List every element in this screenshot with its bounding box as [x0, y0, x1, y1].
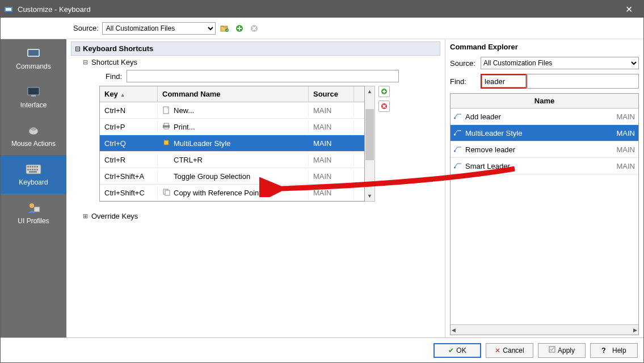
sidebar-item-commands[interactable]: Commands — [1, 39, 66, 78]
cell-command: MultiLeader Style — [158, 137, 309, 150]
find-row: Find: — [99, 70, 440, 82]
cell-source: MAIN — [309, 153, 354, 166]
sidebar-label: Mouse Actions — [11, 140, 56, 148]
svg-rect-25 — [34, 207, 40, 212]
interface-icon — [26, 85, 41, 99]
explorer-source-row: Source: All Customization Files — [450, 57, 639, 69]
explorer-source-select[interactable]: All Customization Files — [481, 57, 639, 69]
explorer-find-label: Find: — [450, 77, 481, 86]
dialog-body: Commands Interface Mouse Actions Keyboar… — [1, 39, 643, 337]
cell-command: Print... — [158, 120, 309, 133]
sidebar-item-interface[interactable]: Interface — [1, 78, 66, 116]
svg-rect-22 — [36, 169, 38, 170]
grid-scrollbar[interactable]: ▲ ▼ — [365, 86, 375, 202]
cell-command: New... — [158, 104, 309, 117]
scroll-down-icon[interactable]: ▼ — [365, 191, 374, 201]
help-button[interactable]: ? Help — [590, 343, 638, 358]
close-button[interactable]: ✕ — [617, 4, 640, 15]
explorer-cell-name: Add leader — [454, 112, 608, 121]
scroll-right-icon[interactable]: ▶ — [633, 327, 637, 333]
sidebar-label: Interface — [20, 101, 47, 109]
cmd-icon — [162, 189, 170, 197]
sidebar-item-keyboard[interactable]: Keyboard — [1, 155, 66, 194]
explorer-row[interactable]: Add leaderMAIN — [451, 109, 638, 125]
leader-icon — [454, 129, 462, 137]
find-input[interactable] — [127, 70, 399, 82]
button-bar: ✔OK ✕Cancel Apply ? Help — [1, 337, 643, 362]
explorer-hscrollbar[interactable]: ◀▶ — [451, 324, 638, 335]
svg-rect-20 — [32, 169, 33, 170]
cmd-icon — [162, 172, 170, 180]
keyboard-icon — [26, 162, 41, 176]
cell-key: Ctrl+N — [100, 104, 158, 117]
shortcut-row[interactable]: Ctrl+Shift+CCopy with Reference PointMAI… — [100, 185, 364, 201]
shortcut-row[interactable]: Ctrl+QMultiLeader StyleMAIN — [100, 135, 364, 152]
shortcut-row[interactable]: Ctrl+PPrint...MAIN — [100, 119, 364, 135]
x-icon: ✕ — [495, 347, 500, 354]
shortcut-grid: Key▲ Command Name Source Ctrl+NNew...MAI… — [99, 86, 365, 202]
collapse-icon[interactable]: ⊟ — [81, 59, 89, 66]
explorer-name-header[interactable]: Name — [451, 94, 638, 109]
source-toolbar: Source: All Customization Files — [1, 18, 643, 39]
tree-override-keys[interactable]: ⊞ Override Keys — [81, 212, 440, 220]
commands-icon — [26, 47, 41, 60]
svg-rect-32 — [165, 190, 170, 195]
explorer-cell-name: Remove leader — [454, 145, 608, 154]
svg-point-24 — [30, 203, 34, 208]
svg-rect-19 — [30, 169, 31, 170]
sidebar-item-mouse[interactable]: Mouse Actions — [1, 116, 66, 155]
center-pane: ⊟ Keyboard Shortcuts ⊟ Shortcut Keys Fin… — [66, 39, 445, 337]
delete-button[interactable] — [249, 23, 260, 34]
svg-point-11 — [31, 127, 36, 131]
explorer-cell-source: MAIN — [608, 162, 635, 170]
scroll-left-icon[interactable]: ◀ — [452, 327, 456, 333]
add-button[interactable] — [234, 23, 245, 34]
grid-header: Key▲ Command Name Source — [100, 86, 364, 102]
svg-point-37 — [454, 151, 456, 152]
shortcut-row[interactable]: Ctrl+RCTRL+RMAIN — [100, 152, 364, 168]
explorer-cell-source: MAIN — [608, 112, 635, 121]
ok-button[interactable]: ✔OK — [433, 343, 481, 358]
shortcut-row[interactable]: Ctrl+Shift+AToggle Group SelectionMAIN — [100, 168, 364, 185]
svg-point-35 — [454, 118, 456, 119]
sidebar-item-uiprofiles[interactable]: UI Profiles — [1, 194, 66, 232]
section-title: Keyboard Shortcuts — [83, 44, 153, 53]
customize-dialog: Customize - Keyboard ✕ Source: All Custo… — [0, 0, 644, 363]
cancel-button[interactable]: ✕Cancel — [486, 343, 533, 358]
remove-shortcut-button[interactable] — [378, 101, 390, 112]
col-command[interactable]: Command Name — [158, 86, 309, 102]
svg-rect-17 — [36, 166, 38, 168]
scroll-up-icon[interactable]: ▲ — [365, 86, 374, 97]
scroll-thumb[interactable] — [365, 109, 374, 160]
svg-rect-7 — [28, 50, 39, 56]
open-folder-button[interactable] — [219, 23, 230, 34]
profiles-icon — [26, 201, 41, 215]
svg-rect-9 — [31, 95, 36, 97]
svg-point-38 — [454, 167, 456, 169]
check-icon: ✔ — [448, 347, 454, 354]
apply-button[interactable]: Apply — [538, 343, 586, 358]
svg-point-3 — [225, 28, 229, 32]
explorer-row[interactable]: Remove leaderMAIN — [451, 141, 638, 158]
apply-icon — [549, 346, 555, 354]
add-shortcut-button[interactable] — [378, 86, 390, 97]
col-source[interactable]: Source — [309, 86, 354, 102]
source-select[interactable]: All Customization Files — [102, 22, 216, 35]
explorer-find-input[interactable] — [482, 75, 526, 87]
find-label: Find: — [99, 72, 122, 81]
explorer-row[interactable]: MultiLeader StyleMAIN — [451, 125, 638, 141]
shortcut-row[interactable]: Ctrl+NNew...MAIN — [100, 102, 364, 119]
expand-icon[interactable]: ⊞ — [81, 212, 89, 220]
keyboard-shortcuts-header[interactable]: ⊟ Keyboard Shortcuts — [71, 41, 440, 56]
col-key[interactable]: Key▲ — [100, 86, 158, 102]
svg-rect-16 — [34, 166, 36, 168]
explorer-row[interactable]: Smart LeaderMAIN — [451, 158, 638, 174]
explorer-list: Name Add leaderMAINMultiLeader StyleMAIN… — [450, 93, 639, 335]
svg-rect-28 — [164, 123, 169, 126]
explorer-find-input-rest[interactable] — [526, 74, 639, 89]
svg-rect-14 — [30, 166, 31, 168]
explorer-cell-name: MultiLeader Style — [454, 129, 608, 137]
tree-shortcut-keys[interactable]: ⊟ Shortcut Keys — [81, 58, 440, 66]
collapse-icon[interactable]: ⊟ — [75, 45, 81, 53]
window-title: Customize - Keyboard — [18, 5, 617, 14]
